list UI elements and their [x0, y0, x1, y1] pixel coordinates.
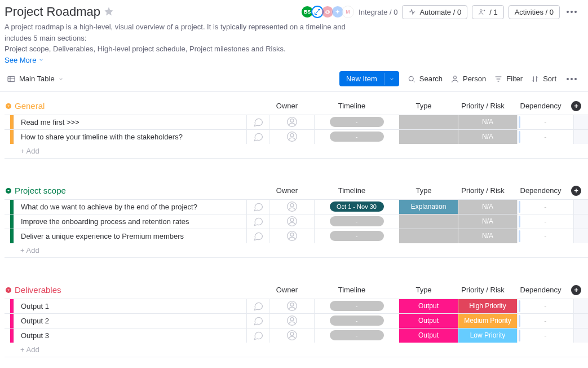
chat-icon[interactable]	[246, 130, 269, 144]
collapse-icon[interactable]	[5, 187, 12, 195]
search-button[interactable]: Search	[407, 75, 443, 84]
column-header-timeline[interactable]: Timeline	[310, 186, 394, 195]
chat-icon[interactable]	[246, 115, 269, 129]
priority-cell[interactable]: N/A	[458, 130, 517, 144]
item-name[interactable]: Deliver a unique experience to Premium m…	[14, 229, 246, 243]
type-cell[interactable]	[399, 214, 458, 229]
chat-icon[interactable]	[246, 328, 269, 343]
chat-icon[interactable]	[246, 229, 269, 243]
column-header-owner[interactable]: Owner	[264, 102, 310, 110]
toolbar-more-icon[interactable]	[564, 76, 579, 82]
column-header-dependency[interactable]: Dependency	[512, 102, 569, 110]
priority-cell[interactable]: Low Priority	[458, 328, 517, 343]
add-column-icon[interactable]: +	[571, 101, 581, 111]
see-more-link[interactable]: See More	[5, 56, 44, 64]
owner-cell[interactable]	[269, 200, 314, 214]
dependency-cell[interactable]: -	[517, 314, 573, 328]
column-header-priority[interactable]: Priority / Risk	[453, 102, 512, 110]
column-header-timeline[interactable]: Timeline	[310, 286, 394, 294]
timeline-cell[interactable]: -	[314, 130, 399, 144]
filter-button[interactable]: Filter	[494, 75, 523, 84]
dependency-cell[interactable]: -	[517, 130, 573, 144]
item-name[interactable]: What do we want to achieve by the end of…	[14, 200, 246, 214]
timeline-cell[interactable]: -	[314, 328, 399, 343]
item-name[interactable]: Output 3	[14, 328, 246, 343]
column-header-type[interactable]: Type	[394, 102, 453, 110]
automate-button[interactable]: Automate / 0	[402, 5, 467, 19]
owner-cell[interactable]	[269, 214, 314, 229]
table-row[interactable]: Output 1-OutputHigh Priority-	[5, 299, 588, 313]
type-cell[interactable]: Output	[399, 328, 458, 343]
item-name[interactable]: Read me first >>>	[14, 115, 246, 129]
timeline-cell[interactable]: -	[314, 299, 399, 313]
dependency-cell[interactable]: -	[517, 115, 573, 129]
view-tab[interactable]: Main Table	[5, 71, 66, 87]
new-item-button[interactable]: New Item	[339, 71, 399, 86]
favorite-star-icon[interactable]	[104, 6, 114, 18]
type-cell[interactable]: Explanation	[399, 200, 458, 214]
dependency-cell[interactable]: -	[517, 299, 573, 313]
chat-icon[interactable]	[246, 214, 269, 229]
owner-cell[interactable]	[269, 229, 314, 243]
column-header-dependency[interactable]: Dependency	[512, 286, 569, 294]
add-item-row[interactable]: + Add	[5, 144, 588, 159]
timeline-cell[interactable]: -	[314, 115, 399, 129]
type-cell[interactable]	[399, 229, 458, 243]
owner-cell[interactable]	[269, 130, 314, 144]
members-button[interactable]: / 1	[472, 5, 503, 19]
column-header-type[interactable]: Type	[394, 286, 453, 294]
owner-cell[interactable]	[269, 314, 314, 328]
add-column-icon[interactable]: +	[571, 186, 581, 196]
timeline-cell[interactable]: -	[314, 214, 399, 229]
type-cell[interactable]: Output	[399, 299, 458, 313]
item-name[interactable]: Improve the onboarding process and reten…	[14, 214, 246, 229]
column-header-type[interactable]: Type	[394, 186, 453, 195]
add-column-icon[interactable]: +	[571, 285, 581, 295]
new-item-dropdown-icon[interactable]	[384, 73, 399, 85]
collapse-icon[interactable]	[5, 286, 12, 294]
type-cell[interactable]: Output	[399, 314, 458, 328]
column-header-timeline[interactable]: Timeline	[310, 102, 394, 110]
dependency-cell[interactable]: -	[517, 214, 573, 229]
priority-cell[interactable]: N/A	[458, 200, 517, 214]
timeline-cell[interactable]: -	[314, 314, 399, 328]
priority-cell[interactable]: High Priority	[458, 299, 517, 313]
item-name[interactable]: How to share your timeline with the stak…	[14, 130, 246, 144]
group-name[interactable]: General	[15, 101, 45, 111]
person-filter-button[interactable]: Person	[450, 75, 486, 84]
table-row[interactable]: How to share your timeline with the stak…	[5, 129, 588, 144]
table-row[interactable]: What do we want to achieve by the end of…	[5, 199, 588, 214]
table-row[interactable]: Output 3-OutputLow Priority-	[5, 328, 588, 343]
collapse-icon[interactable]	[5, 102, 12, 110]
chat-icon[interactable]	[246, 314, 269, 328]
timeline-cell[interactable]: -	[314, 229, 399, 243]
table-row[interactable]: Read me first >>>-N/A-	[5, 115, 588, 129]
avatar-stack[interactable]: BS @ ✦ M	[303, 6, 354, 18]
integrate-label[interactable]: Integrate / 0	[359, 8, 397, 16]
dependency-cell[interactable]: -	[517, 200, 573, 214]
priority-cell[interactable]: N/A	[458, 229, 517, 243]
table-row[interactable]: Output 2-OutputMedium Priority-	[5, 313, 588, 328]
sort-button[interactable]: Sort	[530, 75, 556, 84]
board-description[interactable]: A project roadmap is a high-level, visua…	[5, 21, 365, 55]
chat-icon[interactable]	[246, 200, 269, 214]
dependency-cell[interactable]: -	[517, 229, 573, 243]
column-header-dependency[interactable]: Dependency	[512, 186, 569, 195]
chat-icon[interactable]	[246, 299, 269, 313]
column-header-priority[interactable]: Priority / Risk	[453, 286, 512, 294]
dependency-cell[interactable]: -	[517, 328, 573, 343]
add-item-row[interactable]: + Add	[5, 343, 588, 357]
group-name[interactable]: Project scope	[15, 186, 66, 195]
item-name[interactable]: Output 1	[14, 299, 246, 313]
priority-cell[interactable]: N/A	[458, 214, 517, 229]
column-header-owner[interactable]: Owner	[264, 186, 310, 195]
timeline-cell[interactable]: Oct 1 - Nov 30	[314, 200, 399, 214]
add-item-row[interactable]: + Add	[5, 243, 588, 258]
activities-button[interactable]: Activities / 0	[509, 5, 560, 19]
column-header-priority[interactable]: Priority / Risk	[453, 186, 512, 195]
board-title[interactable]: Project Roadmap	[5, 5, 100, 19]
table-row[interactable]: Deliver a unique experience to Premium m…	[5, 229, 588, 243]
type-cell[interactable]	[399, 115, 458, 129]
column-header-owner[interactable]: Owner	[264, 286, 310, 294]
priority-cell[interactable]: N/A	[458, 115, 517, 129]
